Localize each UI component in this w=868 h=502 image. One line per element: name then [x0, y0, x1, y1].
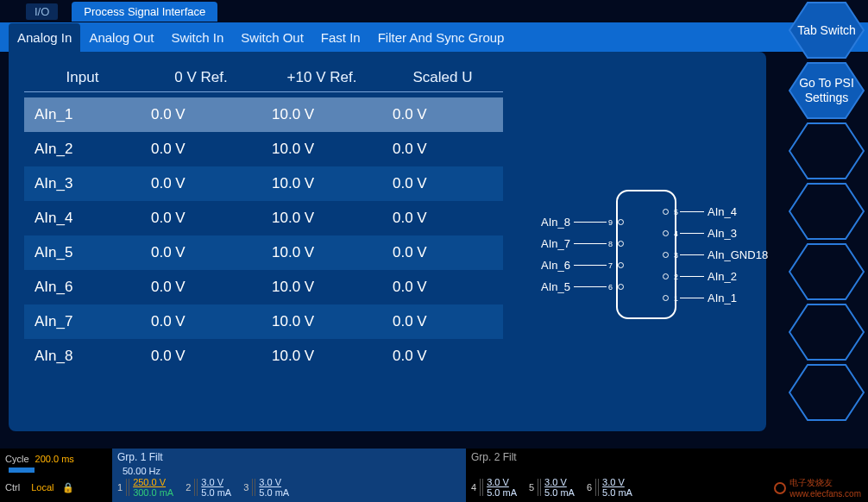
cell-ref0: 0.0 V	[141, 175, 261, 192]
table-row[interactable]: AIn_60.0 V10.0 V0.0 V	[24, 270, 503, 304]
col-scaled: Scaled U	[382, 69, 503, 86]
softkey-empty-3	[789, 183, 865, 240]
cell-scaled: 0.0 V	[382, 106, 503, 123]
table-row[interactable]: AIn_50.0 V10.0 V0.0 V	[24, 235, 503, 270]
cell-scaled: 0.0 V	[382, 175, 503, 192]
softkey-tab-switch[interactable]: Tab Switch	[789, 2, 865, 59]
mini-tab-io[interactable]: I/O	[26, 3, 58, 20]
cell-ref0: 0.0 V	[141, 106, 261, 123]
cell-ref0: 0.0 V	[141, 279, 261, 296]
channel-6[interactable]: 63.0 V5.0 mA	[587, 477, 632, 498]
softkey-empty-6	[789, 364, 865, 421]
cell-ref10: 10.0 V	[261, 348, 382, 365]
cell-input: AIn_8	[24, 348, 141, 365]
channel-3[interactable]: 33.0 V5.0 mA	[243, 477, 289, 498]
cell-ref10: 10.0 V	[261, 244, 382, 261]
lock-icon: 🔒	[62, 482, 74, 493]
table-row[interactable]: AIn_40.0 V10.0 V0.0 V	[24, 201, 503, 235]
main-tab-psi[interactable]: Process Signal Interface	[72, 2, 217, 22]
cell-input: AIn_6	[24, 279, 141, 296]
tab-analog-out[interactable]: Analog Out	[80, 23, 162, 52]
group-2-title: Grp. 2 Filt	[471, 451, 806, 463]
softkey-column: Tab SwitchGo To PSISettings	[789, 2, 865, 421]
col-ref10v: +10 V Ref.	[261, 69, 382, 86]
watermark: 电子发烧友 www.elecfans.com	[774, 477, 861, 499]
cell-ref0: 0.0 V	[141, 210, 261, 227]
connector-pin-ain_1: 1AIn_1	[659, 292, 737, 304]
svg-marker-6	[789, 365, 864, 420]
col-ref0v: 0 V Ref.	[141, 69, 261, 86]
table-row[interactable]: AIn_70.0 V10.0 V0.0 V	[24, 304, 503, 339]
cell-ref0: 0.0 V	[141, 141, 261, 158]
col-input: Input	[24, 69, 141, 86]
tab-switch-out[interactable]: Switch Out	[232, 23, 312, 52]
cell-scaled: 0.0 V	[382, 244, 503, 261]
cycle-label: Cycle	[5, 454, 29, 464]
cycle-value: 200.0 ms	[35, 454, 74, 464]
group-1-title: Grp. 1 Filt	[117, 451, 461, 463]
connector-pin-ain_6: AIn_67	[534, 259, 627, 272]
connector-pin-ain_2: 2AIn_2	[659, 270, 737, 283]
cell-ref0: 0.0 V	[141, 244, 261, 261]
cell-scaled: 0.0 V	[382, 141, 503, 158]
softkey-go-to-psi-settings[interactable]: Go To PSISettings	[789, 62, 865, 119]
analog-in-table: Input 0 V Ref. +10 V Ref. Scaled U AIn_1…	[24, 69, 503, 414]
elecfans-logo-icon	[774, 482, 786, 494]
table-row[interactable]: AIn_30.0 V10.0 V0.0 V	[24, 166, 503, 201]
cell-ref10: 10.0 V	[261, 210, 382, 227]
cell-scaled: 0.0 V	[382, 279, 503, 296]
softkey-empty-5	[789, 304, 865, 361]
status-bar: Cycle 200.0 ms Ctrl Local 🔒 Grp. 1 Filt …	[0, 449, 868, 502]
connector-pin-ain_gnd18: 3AIn_GND18	[659, 248, 768, 261]
group-2-panel[interactable]: Grp. 2 Filt 43.0 V5.0 mA53.0 V5.0 mA63.0…	[466, 449, 811, 502]
connector-pin-ain_8: AIn_89	[534, 216, 627, 229]
tab-analog-in[interactable]: Analog In	[9, 23, 80, 52]
tab-fast-in[interactable]: Fast In	[312, 23, 369, 52]
tab-switch-in[interactable]: Switch In	[162, 23, 232, 52]
cell-scaled: 0.0 V	[382, 348, 503, 365]
softkey-empty-4	[789, 243, 865, 300]
cell-input: AIn_3	[24, 175, 141, 192]
group-1-freq: 50.00 Hz	[123, 466, 461, 476]
cell-input: AIn_1	[24, 106, 141, 123]
softkey-empty-2	[789, 122, 865, 179]
ctrl-value: Local	[31, 482, 53, 493]
cell-ref0: 0.0 V	[141, 313, 261, 330]
cell-input: AIn_4	[24, 210, 141, 227]
analog-in-pane: Input 0 V Ref. +10 V Ref. Scaled U AIn_1…	[9, 52, 766, 431]
table-row[interactable]: AIn_20.0 V10.0 V0.0 V	[24, 132, 503, 166]
cell-scaled: 0.0 V	[382, 210, 503, 227]
cell-input: AIn_5	[24, 244, 141, 261]
svg-marker-3	[789, 184, 864, 239]
cell-scaled: 0.0 V	[382, 313, 503, 330]
cell-ref10: 10.0 V	[261, 313, 382, 330]
sub-tab-bar: Analog InAnalog OutSwitch InSwitch OutFa…	[0, 22, 868, 52]
cell-ref10: 10.0 V	[261, 279, 382, 296]
svg-marker-4	[789, 244, 864, 299]
connector-pin-ain_5: AIn_56	[534, 280, 627, 293]
ctrl-label: Ctrl	[5, 482, 20, 493]
cell-ref10: 10.0 V	[261, 141, 382, 158]
connector-pin-ain_7: AIn_78	[534, 237, 627, 250]
tab-filter-and-sync-group[interactable]: Filter And Sync Group	[369, 23, 513, 52]
channel-2[interactable]: 23.0 V5.0 mA	[186, 477, 231, 498]
connector-diagram: AIn_89AIn_78AIn_67AIn_565AIn_44AIn_33AIn…	[534, 104, 758, 414]
svg-marker-5	[789, 304, 864, 360]
cycle-bar-icon	[9, 467, 35, 473]
cell-ref10: 10.0 V	[261, 175, 382, 192]
cell-ref0: 0.0 V	[141, 348, 261, 365]
connector-pin-ain_3: 4AIn_3	[659, 227, 737, 240]
cell-input: AIn_2	[24, 141, 141, 158]
group-1-panel[interactable]: Grp. 1 Filt 50.00 Hz 1250.0 V300.0 mA23.…	[112, 449, 466, 502]
svg-marker-2	[789, 123, 864, 179]
cell-input: AIn_7	[24, 313, 141, 330]
cell-ref10: 10.0 V	[261, 106, 382, 123]
table-row[interactable]: AIn_80.0 V10.0 V0.0 V	[24, 339, 503, 373]
channel-4[interactable]: 43.0 V5.0 mA	[471, 477, 517, 498]
channel-1[interactable]: 1250.0 V300.0 mA	[117, 477, 173, 498]
connector-pin-ain_4: 5AIn_4	[659, 205, 737, 218]
table-row[interactable]: AIn_10.0 V10.0 V0.0 V	[24, 97, 503, 132]
channel-5[interactable]: 53.0 V5.0 mA	[529, 477, 575, 498]
